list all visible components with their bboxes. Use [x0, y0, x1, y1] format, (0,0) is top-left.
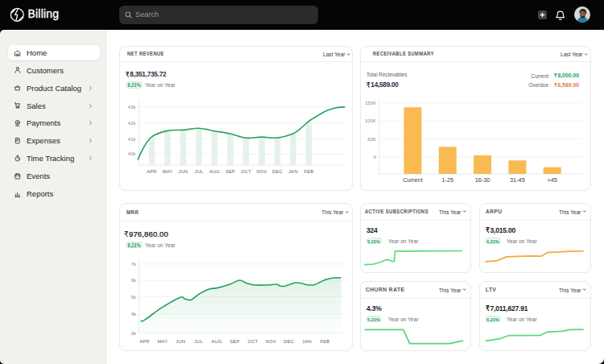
svg-text:50K: 50K [367, 137, 376, 142]
svg-text:40k: 40k [127, 151, 136, 156]
svg-text:APR: APR [147, 169, 157, 174]
svg-text:JAN: JAN [302, 339, 312, 344]
svg-text:MAY: MAY [157, 339, 168, 344]
svg-text:0k: 0k [130, 330, 136, 335]
svg-text:150K: 150K [365, 101, 376, 105]
svg-text:41k: 41k [127, 137, 136, 142]
svg-text:16-30: 16-30 [475, 176, 490, 184]
svg-text:APR: APR [139, 339, 150, 344]
svg-text:43k: 43k [127, 105, 136, 110]
svg-text:MAY: MAY [162, 169, 172, 174]
svg-text:JUL: JUL [194, 339, 203, 344]
svg-text:JUL: JUL [194, 169, 203, 174]
svg-text:NOV: NOV [265, 339, 275, 344]
svg-text:NOV: NOV [256, 169, 267, 174]
svg-text:JUN: JUN [178, 169, 188, 174]
svg-text:31-45: 31-45 [510, 176, 525, 184]
svg-text:SEP: SEP [230, 339, 239, 344]
svg-text:42k: 42k [127, 121, 136, 126]
svg-text:5k: 5k [130, 294, 136, 299]
svg-text:AUG: AUG [211, 339, 221, 344]
svg-text:AUG: AUG [209, 169, 219, 174]
svg-text:100K: 100K [365, 118, 376, 123]
svg-text:6k: 6k [130, 278, 136, 283]
svg-text:JAN: JAN [288, 169, 298, 174]
svg-text:SEP: SEP [225, 169, 234, 174]
svg-text:JUN: JUN [176, 339, 185, 344]
svg-text:Current: Current [403, 176, 422, 184]
svg-text:7k: 7k [130, 262, 136, 267]
svg-text:DEC: DEC [272, 169, 283, 174]
svg-text:FEB: FEB [304, 169, 313, 174]
svg-text:>45: >45 [548, 176, 557, 184]
svg-text:4k: 4k [130, 311, 136, 316]
svg-text:1-25: 1-25 [441, 176, 453, 184]
svg-text:OCT: OCT [241, 169, 251, 174]
svg-text:DEC: DEC [283, 339, 294, 344]
svg-text:OCT: OCT [247, 339, 258, 344]
svg-text:FEB: FEB [320, 339, 329, 344]
svg-text:0: 0 [374, 155, 377, 159]
